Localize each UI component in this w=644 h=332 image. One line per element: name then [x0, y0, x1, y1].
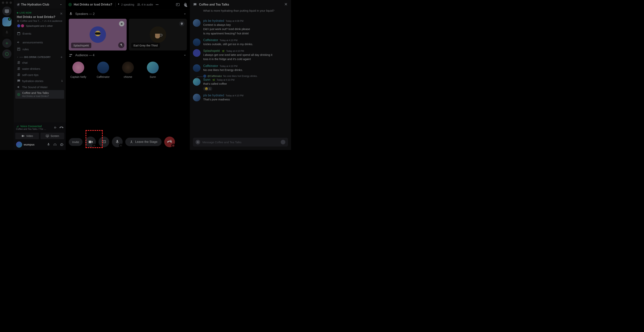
reaction-count: 1	[209, 87, 211, 90]
leave-stage-button[interactable]: Leave the Stage	[125, 138, 162, 146]
events-label: Events	[22, 32, 31, 35]
leave-label: Leave the Stage	[135, 140, 158, 144]
channel-selfcare[interactable]: self-care-tips	[15, 72, 64, 78]
message-list: What is more hydrating than putting liqu…	[190, 9, 291, 135]
channel-label: rules	[22, 48, 29, 51]
mic-icon[interactable]	[46, 143, 50, 146]
audience-member[interactable]: Captain Nelly	[71, 62, 86, 78]
message-time: Today at 4:10 PM	[226, 94, 243, 97]
message-author[interactable]: Caffeinator	[203, 39, 218, 42]
svg-rect-9	[176, 3, 180, 6]
more-icon[interactable]: •••	[156, 3, 158, 6]
message-text: Context is always key	[203, 23, 289, 27]
headphones-icon[interactable]	[53, 143, 57, 146]
live-audience-count: 4 in audience	[48, 20, 62, 22]
reply-indicator[interactable]: @Caffeinator No one likes hot Energy dri…	[203, 75, 289, 78]
explore-button[interactable]	[2, 49, 12, 59]
channel-rules[interactable]: rules	[15, 46, 64, 53]
channel-chat[interactable]: chat	[15, 60, 64, 66]
server-name: The Hydration Club	[21, 3, 49, 6]
people-icon	[69, 53, 73, 57]
server-rail	[0, 0, 14, 150]
avatar[interactable]	[16, 141, 22, 148]
message-author[interactable]: pls be hydrated	[203, 94, 224, 97]
stage-title: Hot Drinks or Iced Drinks?	[74, 3, 112, 6]
disconnect-icon[interactable]	[60, 126, 64, 129]
audience-section-header[interactable]: Audience — 4	[66, 51, 190, 60]
screenshare-button[interactable]	[98, 136, 109, 147]
channel-label: water-drinkers	[22, 67, 40, 70]
avatar	[150, 26, 166, 43]
svg-point-17	[131, 140, 132, 141]
dm-home-icon[interactable]	[2, 7, 12, 16]
noise-icon[interactable]	[54, 126, 57, 129]
picture-icon[interactable]	[176, 3, 180, 7]
speaker-card[interactable]: Earl Grey the Third	[129, 19, 187, 51]
avatar[interactable]	[193, 64, 200, 72]
channel-sound[interactable]: The Sound of Water	[15, 84, 64, 90]
verified-badge-icon: ✓	[17, 3, 20, 6]
window-controls[interactable]	[2, 2, 12, 4]
audience-member[interactable]: Caffeinator	[96, 62, 111, 78]
invite-button[interactable]: Invite	[69, 138, 82, 146]
server-hydration-icon[interactable]	[2, 17, 12, 26]
message-author[interactable]: Caffeinator	[203, 64, 218, 68]
add-server-button[interactable]	[2, 39, 12, 48]
add-attachment-icon[interactable]	[196, 140, 200, 144]
mic-button[interactable]	[112, 136, 122, 147]
hangup-icon	[167, 140, 172, 144]
add-channel-icon[interactable]	[60, 56, 63, 59]
message-author[interactable]: Splashspekt	[203, 49, 220, 53]
avatar[interactable]	[193, 19, 200, 27]
chevron-down-icon	[183, 53, 187, 57]
emoji-picker-icon[interactable]	[281, 140, 285, 144]
video-button[interactable]: Video	[15, 133, 39, 139]
reaction[interactable]: 😂1	[203, 87, 212, 91]
server-header[interactable]: ✓ The Hydration Club	[14, 0, 66, 9]
channel-coffee[interactable]: Coffee and Tea Talks Hot Drinks or Iced …	[15, 90, 64, 99]
leaf-icon: 🌿	[212, 79, 215, 81]
message-author[interactable]: Sunn	[203, 78, 210, 81]
speaker-card[interactable]: ★ Splashspekt	[69, 19, 126, 51]
speaker-name: Earl Grey the Third	[131, 43, 160, 48]
message-text: Is my apartment freezing? hot drink!	[203, 32, 289, 35]
svg-point-14	[70, 54, 71, 55]
events-nav[interactable]: Events	[15, 30, 64, 37]
avatar[interactable]	[193, 49, 200, 57]
chevron-down-icon[interactable]	[119, 144, 123, 147]
channel-announcements[interactable]: announcements	[15, 39, 64, 46]
message-author[interactable]: pls be hydrated	[203, 19, 224, 23]
username[interactable]: wumpus	[24, 143, 45, 146]
section-label: Speakers — 2	[75, 12, 181, 16]
emoji-icon: 😂	[205, 87, 208, 90]
message-time: Today at 4:10 PM	[226, 50, 244, 52]
channel-category[interactable]: ----- BIG DRINK CATEGORY	[15, 53, 64, 60]
chevron-down-icon	[16, 56, 19, 58]
avatar[interactable]	[193, 94, 200, 101]
audience-member[interactable]: Sunn	[145, 62, 160, 78]
channel-water[interactable]: water-drinkers	[15, 66, 64, 72]
close-icon[interactable]	[284, 2, 288, 7]
chevron-down-icon[interactable]	[92, 144, 96, 147]
voice-status-label: Voice Connected	[20, 125, 42, 128]
screen-button[interactable]: Screen	[40, 133, 64, 139]
server-mic-icon[interactable]	[2, 28, 12, 37]
avatar[interactable]	[193, 39, 200, 46]
message: Sunn🌿Today at 4:10 PM that's called coff…	[193, 78, 289, 91]
channel-stories[interactable]: hydration-stories 1	[15, 78, 64, 84]
message-text: i always get one iced latte and spend al…	[203, 53, 289, 57]
message: pls be hydratedToday at 4:10 PM That's p…	[193, 94, 289, 101]
settings-icon[interactable]	[60, 143, 64, 146]
live-stage-card[interactable]: LIVE NOW Hot Drinks or Iced Drinks? Coff…	[14, 9, 66, 30]
audience-member[interactable]: chisme	[120, 62, 136, 78]
hangup-button[interactable]	[164, 136, 175, 147]
message-input[interactable]: Message Coffee and Tea Talks	[193, 138, 288, 146]
avatar[interactable]	[193, 78, 200, 86]
speakers-section-header[interactable]: Speakers — 2	[66, 9, 190, 19]
camera-button[interactable]	[85, 136, 96, 147]
chevron-down-icon[interactable]	[171, 144, 175, 147]
message-text: No one likes hot Energy drinks.	[203, 68, 289, 72]
mic-icon	[117, 3, 120, 6]
close-icon[interactable]	[60, 12, 63, 16]
raise-hand-icon[interactable]	[183, 2, 188, 7]
